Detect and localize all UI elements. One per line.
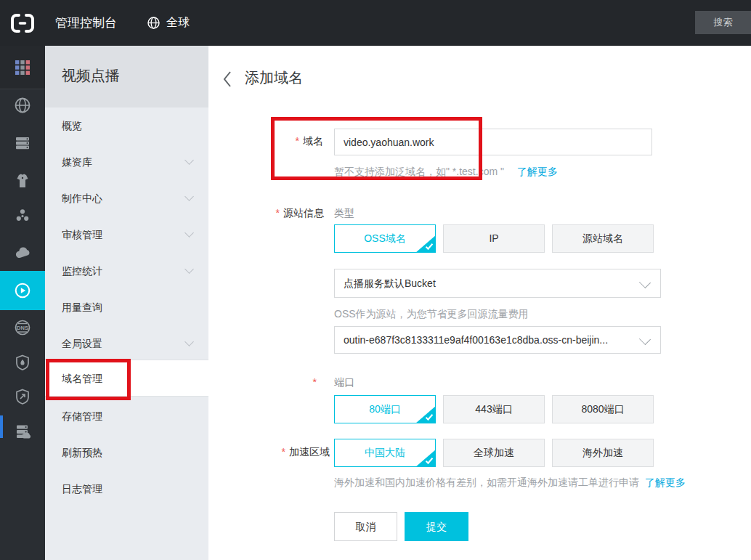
required-asterisk: * [296, 135, 299, 147]
chevron-down-icon [184, 155, 194, 165]
server-stack-icon[interactable] [14, 134, 31, 152]
domain-label: *域名 [240, 135, 323, 148]
required-asterisk: * [313, 376, 317, 388]
sidebar-item-storage-management[interactable]: 存储管理 [45, 398, 208, 434]
rail-item-vod-selected[interactable] [0, 271, 45, 310]
sidebar-item-global-settings[interactable]: 全局设置 [45, 325, 208, 362]
console-title[interactable]: 管理控制台 [55, 0, 117, 46]
region-label: 全球 [166, 15, 190, 31]
dns-icon[interactable]: DNS [14, 319, 31, 336]
sidebar-title: 视频点播 [62, 66, 120, 86]
sidebar-item-overview[interactable]: 概览 [45, 107, 208, 144]
rail-active-indicator [0, 415, 3, 438]
sidebar-item-refresh-prefetch[interactable]: 刷新预热 [45, 434, 208, 471]
region-option-mainland-china[interactable]: 中国大陆 [334, 439, 436, 467]
learn-more-link[interactable]: 了解更多 [517, 166, 558, 177]
learn-more-link[interactable]: 了解更多 [645, 476, 686, 488]
oss-domain-select[interactable]: outin-e687f3c8133311e9af4f00163e1c8dba.o… [334, 326, 661, 354]
sidebar-item-review-management[interactable]: 审核管理 [45, 216, 208, 253]
sidebar-item-production-center[interactable]: 制作中心 [45, 180, 208, 216]
back-icon[interactable] [223, 70, 232, 91]
sidebar-item-media-library[interactable]: 媒资库 [45, 144, 208, 180]
sidebar-item-log-management[interactable]: 日志管理 [45, 471, 208, 507]
vod-icon [14, 282, 31, 299]
oss-origin-hint: OSS作为源站，为您节省更多回源流量费用 [334, 308, 529, 321]
chevron-down-icon [639, 277, 651, 288]
chevron-down-icon [184, 228, 194, 238]
sidebar-header: 视频点播 [45, 46, 208, 107]
origin-type-label: 类型 [334, 207, 354, 220]
origin-label: *源站信息 [240, 207, 324, 220]
sidebar-item-monitoring-stats[interactable]: 监控统计 [45, 253, 208, 289]
chevron-down-icon [639, 333, 651, 345]
apps-grid-icon[interactable] [14, 59, 31, 76]
port-option-443[interactable]: 443端口 [443, 395, 545, 423]
topbar: 管理控制台 全球 搜索 [0, 0, 751, 46]
port-option-8080[interactable]: 8080端口 [552, 395, 654, 423]
region-selector[interactable]: 全球 [147, 0, 190, 46]
port-required-mark: * [240, 376, 320, 388]
port-label: 端口 [334, 376, 354, 389]
sidebar-item-usage-query[interactable]: 用量查询 [45, 289, 208, 325]
sidebar-item-domain-management[interactable]: 域名管理 [45, 360, 208, 397]
shield-arrow-icon[interactable] [14, 388, 31, 405]
chevron-down-icon [184, 337, 194, 346]
bucket-select[interactable]: 点播服务默认Bucket [334, 269, 661, 298]
domain-hint: 暂不支持添加泛域名，如" *.test.com "了解更多 [334, 166, 558, 179]
required-asterisk: * [282, 446, 285, 458]
shield-flame-icon[interactable] [14, 354, 31, 371]
vod-console-page: 管理控制台 全球 搜索 [0, 0, 751, 560]
chevron-down-icon [184, 192, 194, 201]
fan-cluster-icon[interactable] [14, 207, 31, 224]
cancel-button[interactable]: 取消 [334, 512, 397, 541]
region-option-global[interactable]: 全球加速 [443, 439, 545, 467]
globe-product-icon[interactable] [14, 97, 31, 114]
required-asterisk: * [276, 207, 280, 219]
chevron-down-icon [184, 264, 194, 274]
cdn-cloud-icon[interactable] [14, 243, 31, 261]
alibaba-cloud-logo-icon[interactable] [10, 12, 35, 37]
globe-icon [147, 16, 161, 30]
origin-type-option-oss[interactable]: OSS域名 [334, 224, 436, 253]
origin-type-option-ip[interactable]: IP [443, 224, 545, 253]
origin-type-option-origin-domain[interactable]: 源站域名 [552, 224, 654, 253]
page-title: 添加域名 [245, 68, 303, 88]
jersey-icon[interactable] [14, 172, 31, 190]
region-hint: 海外加速和国内加速价格有差别，如需开通海外加速请工单进行申请了解更多 [334, 476, 686, 490]
search-button[interactable]: 搜索 [695, 11, 751, 34]
submit-button[interactable]: 提交 [405, 512, 468, 541]
storage-cloud-icon[interactable] [14, 423, 31, 440]
vod-sidebar: 视频点播 概览 媒资库 制作中心 审核管理 监控统计 用量查询 全局设置 域名管… [45, 46, 208, 560]
region-row-label: *加速区域 [240, 446, 330, 459]
domain-input[interactable] [334, 129, 652, 155]
svg-text:DNS: DNS [17, 325, 28, 331]
product-icon-rail: DNS [0, 46, 45, 560]
port-option-80[interactable]: 80端口 [334, 395, 436, 423]
region-option-overseas[interactable]: 海外加速 [552, 439, 654, 467]
